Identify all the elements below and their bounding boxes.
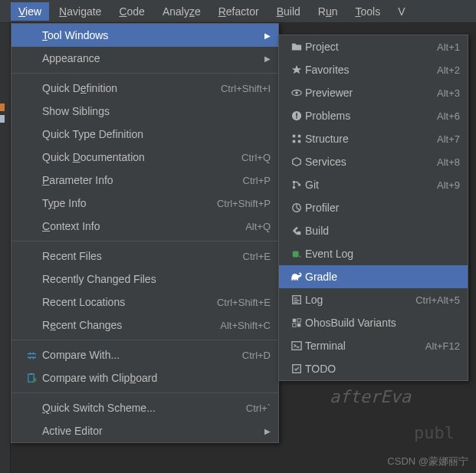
folder-icon [288, 41, 305, 52]
menubar-item[interactable]: Run [310, 2, 346, 21]
view-menu: Tool Windows▶Appearance▶Quick Definition… [11, 23, 279, 443]
menu-item-label: Parameter Info [42, 174, 235, 186]
menu-item[interactable]: Quick DefinitionCtrl+Shift+I [11, 77, 278, 100]
menu-item-shortcut: Ctrl+Shift+P [209, 198, 271, 209]
menubar: ViewNavigateCodeAnalyzeRefactorBuildRunT… [0, 0, 476, 23]
submenu-item[interactable]: ServicesAlt+8 [279, 150, 468, 173]
menu-item[interactable]: Context InfoAlt+Q [11, 215, 278, 238]
menu-item-label: Active Editor [42, 425, 260, 437]
menubar-item[interactable]: Build [269, 2, 308, 21]
submenu-item-shortcut: Alt+8 [429, 156, 460, 168]
menu-item-shortcut: Alt+Q [238, 221, 271, 232]
build-icon [288, 225, 305, 236]
svg-point-13 [293, 186, 296, 189]
menubar-item[interactable]: View [11, 2, 49, 21]
submenu-item[interactable]: GitAlt+9 [279, 173, 468, 196]
menu-item[interactable]: Recently Changed Files [11, 268, 278, 291]
submenu-item-label: Favorites [305, 64, 429, 76]
submenu-item-label: Profiler [305, 202, 460, 214]
submenu-item[interactable]: StructureAlt+7 [279, 127, 468, 150]
submenu-item[interactable]: TerminalAlt+F12 [279, 334, 468, 357]
menu-item[interactable]: Quick Switch Scheme...Ctrl+` [11, 396, 278, 419]
menu-item-shortcut: Ctrl+Shift+I [213, 83, 271, 94]
submenu-arrow-icon: ▶ [260, 54, 271, 63]
menu-item[interactable]: Type InfoCtrl+Shift+P [11, 192, 278, 215]
submenu-item-label: Event Log [305, 248, 460, 260]
submenu-item-shortcut: Ctrl+Alt+5 [408, 294, 460, 306]
menu-item-label: Quick Type Definition [42, 128, 271, 140]
menubar-item[interactable]: V [390, 2, 412, 21]
svg-rect-21 [294, 302, 298, 303]
menu-item-label: Tool Windows [42, 29, 260, 41]
menu-item[interactable]: Compare with Clipboard [11, 366, 278, 389]
menu-separator [11, 241, 278, 241]
submenu-item[interactable]: ProjectAlt+1 [279, 35, 468, 58]
submenu-arrow-icon: ▶ [260, 427, 271, 435]
submenu-item-label: Terminal [305, 340, 418, 352]
submenu-item[interactable]: PreviewerAlt+3 [279, 81, 468, 104]
submenu-item[interactable]: Gradle [279, 265, 468, 288]
submenu-item-shortcut: Alt+9 [429, 179, 460, 191]
menubar-item[interactable]: Tools [348, 2, 389, 21]
menu-item[interactable]: Compare With...Ctrl+D [11, 343, 278, 366]
submenu-item[interactable]: OhosBuild Variants [279, 311, 468, 334]
star-icon [288, 64, 305, 75]
svg-rect-6 [296, 117, 297, 119]
clip-icon [21, 373, 42, 384]
menu-item[interactable]: Appearance▶ [11, 47, 278, 70]
menubar-item[interactable]: Analyze [155, 2, 208, 21]
menu-item-label: Quick Definition [42, 82, 213, 94]
menubar-item[interactable]: Refactor [211, 2, 267, 21]
submenu-item-label: Build [305, 225, 460, 237]
submenu-item[interactable]: Profiler [279, 196, 468, 219]
submenu-item[interactable]: LogCtrl+Alt+5 [279, 288, 468, 311]
menu-item[interactable]: Recent FilesCtrl+E [11, 245, 278, 268]
svg-rect-1 [29, 373, 32, 374]
menu-separator [11, 393, 278, 393]
menu-item-shortcut: Alt+Shift+C [212, 320, 271, 331]
menu-item[interactable]: Quick Type Definition [11, 123, 278, 146]
svg-rect-24 [293, 324, 296, 327]
menubar-item[interactable]: Code [111, 2, 152, 21]
submenu-item-label: Services [305, 156, 429, 168]
menu-item[interactable]: Recent LocationsCtrl+Shift+E [11, 291, 278, 314]
submenu-item-label: Gradle [305, 271, 460, 283]
svg-point-3 [295, 91, 298, 94]
menu-item-label: Context Info [42, 220, 238, 232]
submenu-item-shortcut: Alt+6 [429, 110, 460, 122]
submenu-item[interactable]: Event Log [279, 242, 468, 265]
svg-point-12 [293, 181, 296, 184]
compare-icon [21, 350, 42, 361]
submenu-item[interactable]: Build [279, 219, 468, 242]
menu-item[interactable]: Active Editor▶ [11, 419, 278, 442]
submenu-item[interactable]: FavoritesAlt+2 [279, 58, 468, 81]
menu-item[interactable]: Show Siblings [11, 100, 278, 123]
editor-code: afterEva [330, 387, 411, 406]
submenu-arrow-icon: ▶ [260, 31, 271, 40]
svg-rect-8 [298, 135, 301, 138]
event-icon [288, 248, 305, 259]
menu-item-label: Quick Documentation [42, 151, 234, 163]
editor-code: publ [414, 423, 455, 442]
svg-rect-19 [294, 297, 297, 298]
submenu-item[interactable]: ProblemsAlt+6 [279, 104, 468, 127]
menu-item[interactable]: Tool Windows▶ [11, 24, 278, 47]
menu-item-shortcut: Ctrl+P [235, 175, 271, 186]
menu-item-label: Show Siblings [42, 105, 271, 117]
menu-item-shortcut: Ctrl+Q [234, 152, 271, 163]
menu-item[interactable]: Recent ChangesAlt+Shift+C [11, 314, 278, 337]
submenu-item-label: Structure [305, 133, 429, 145]
menu-item[interactable]: Parameter InfoCtrl+P [11, 169, 278, 192]
menu-separator [11, 73, 278, 74]
editor-gutter [0, 23, 11, 473]
submenu-item-shortcut: Alt+3 [429, 87, 460, 99]
svg-rect-16 [297, 232, 300, 235]
submenu-item[interactable]: TODO [279, 357, 468, 380]
menu-item-label: Type Info [42, 197, 209, 209]
menubar-item[interactable]: Navigate [51, 2, 109, 21]
menu-item[interactable]: Quick DocumentationCtrl+Q [11, 146, 278, 169]
menu-item-label: Recent Locations [42, 296, 209, 308]
svg-rect-22 [293, 319, 296, 322]
submenu-item-shortcut: Alt+2 [429, 64, 460, 76]
menu-item-shortcut: Ctrl+` [238, 402, 271, 414]
